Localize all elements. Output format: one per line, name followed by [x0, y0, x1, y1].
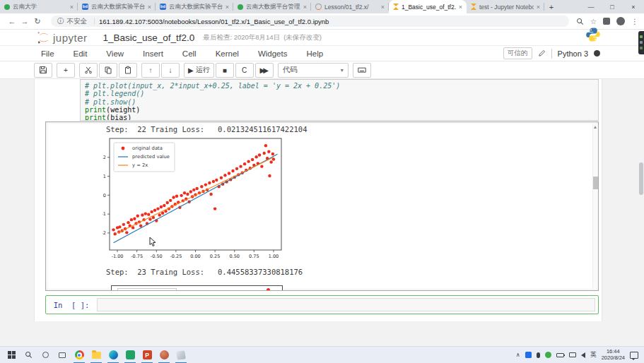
bookmark-star-icon[interactable]: ☆ [590, 18, 597, 25]
command-palette-button[interactable] [353, 63, 371, 78]
back-icon[interactable]: ← [6, 17, 18, 25]
copy-cell-button[interactable] [99, 63, 117, 78]
output-area: Step: 22 Traing Loss: 0.0213245116174221… [45, 121, 599, 291]
red-app-taskbar-icon[interactable] [156, 347, 172, 363]
run-button[interactable]: ▶运行 [184, 63, 214, 78]
zoom-icon[interactable] [576, 18, 584, 25]
empty-code-input[interactable] [97, 298, 595, 311]
search-icon[interactable] [20, 347, 37, 363]
code-line: print(weight) [85, 106, 594, 114]
tab-title: 云南大数据实验平台 [91, 3, 145, 11]
output-scrollbar[interactable] [592, 124, 597, 289]
tab-title: 云南大学 [13, 3, 67, 11]
green-app-taskbar-icon[interactable] [122, 347, 139, 363]
browser-tab-4[interactable]: 云南大数据平台管理系统× [233, 0, 311, 13]
svg-text:-0.25: -0.25 [170, 254, 182, 259]
cell-type-select[interactable]: 代码▾ [278, 63, 349, 78]
cut-cell-button[interactable] [79, 63, 98, 78]
browser-tab-2[interactable]: bd云南大数据实验平台× [78, 0, 156, 13]
code-token: (weight) [106, 106, 140, 114]
interrupt-kernel-button[interactable]: ■ [216, 63, 234, 78]
browser-tab-5[interactable]: Lesson/01_tf2.x/× [311, 0, 389, 13]
tab-close-icon[interactable]: × [381, 4, 385, 11]
tab-close-icon[interactable]: × [148, 4, 151, 11]
tab-close-icon[interactable]: × [226, 4, 229, 11]
tab-title: 云南大数据实验平台 [169, 3, 223, 11]
menu-file[interactable]: File [41, 49, 54, 58]
taskbar-clock[interactable]: 16:44 2020/8/24 [602, 349, 625, 361]
security-label: 不安全 [67, 17, 88, 26]
profile-avatar[interactable] [616, 17, 625, 25]
task-view-icon[interactable] [54, 347, 71, 363]
browser-tab-1[interactable]: 云南大学× [0, 0, 78, 13]
info-icon[interactable]: ⓘ [57, 17, 64, 26]
battery-icon[interactable] [556, 353, 564, 357]
window-minimize-button[interactable]: — [580, 4, 602, 11]
code-token: # plt.legend() [85, 90, 144, 97]
menu-view[interactable]: View [106, 49, 124, 58]
start-button[interactable] [3, 347, 20, 363]
save-button[interactable] [34, 63, 52, 78]
reload-icon[interactable]: ↻ [31, 17, 44, 26]
menu-edit[interactable]: Edit [74, 49, 88, 58]
code-cell[interactable]: # plt.plot(input_x, 2*input_x+0.25, labe… [80, 79, 599, 121]
trusted-button[interactable]: 可信的 [503, 47, 532, 59]
move-cell-down-button[interactable]: ↓ [161, 63, 180, 78]
file-explorer-taskbar-icon[interactable] [88, 347, 105, 363]
taskbar: P ∧ 英 16:44 2020/8/24 [0, 346, 644, 363]
tray-blue-app-icon[interactable] [525, 352, 532, 358]
tab-close-icon[interactable]: × [70, 4, 74, 11]
insert-cell-button[interactable]: + [57, 63, 75, 78]
page-scrollbar[interactable] [639, 162, 643, 195]
menu-insert[interactable]: Insert [143, 49, 163, 58]
restart-run-all-button[interactable]: ▶▶ [255, 63, 274, 78]
tab-close-icon[interactable]: × [459, 4, 462, 11]
window-maximize-button[interactable]: □ [602, 4, 623, 11]
legend-label: original data [131, 290, 158, 291]
input-cell[interactable]: In [ ]: [45, 295, 599, 314]
url-field[interactable]: ⓘ 不安全 161.189.42.107:5003/notebooks/Less… [51, 16, 569, 27]
tab-close-icon[interactable]: × [537, 4, 540, 11]
extensions-icon[interactable] [603, 18, 610, 25]
speaker-icon[interactable] [581, 352, 585, 358]
svg-text:-1.00: -1.00 [112, 254, 124, 259]
cortana-icon[interactable] [37, 347, 54, 363]
paste-cell-button[interactable] [119, 63, 137, 78]
edge-taskbar-icon[interactable] [105, 347, 122, 363]
green-app-icon [126, 350, 135, 359]
powerpoint-taskbar-icon[interactable]: P [139, 347, 156, 363]
browser-menu-icon[interactable]: ⋮ [631, 18, 638, 25]
tab-title: 1_Basic_use_of_tf2.0 - Jupyter [402, 4, 456, 11]
move-cell-up-button[interactable]: ↑ [141, 63, 160, 78]
second-figure-legend: original data [117, 288, 177, 291]
tab-title: Lesson/01_tf2.x/ [324, 4, 378, 11]
action-center-icon[interactable] [630, 352, 638, 359]
menu-widgets[interactable]: Widgets [258, 49, 288, 58]
menu-help[interactable]: Help [306, 49, 323, 58]
code-token: print [85, 114, 106, 121]
code-token: (bias) [106, 114, 131, 121]
window-controls: — □ × [580, 0, 644, 13]
window-close-button[interactable]: × [623, 4, 644, 11]
kernel-name: Python 3 [558, 49, 588, 58]
browser-tab-3[interactable]: bd云南大数据实验平台× [156, 0, 233, 13]
menu-kernel[interactable]: Kernel [216, 49, 239, 58]
monitor-icon[interactable] [569, 352, 576, 357]
browser-tab-7[interactable]: test - Jupyter Notebook× [467, 0, 544, 13]
browser-tab-6[interactable]: 1_Basic_use_of_tf2.0 - Jupyter× [389, 0, 467, 13]
new-tab-button[interactable]: + [544, 0, 558, 13]
hidden-icons-chevron[interactable]: ∧ [516, 352, 520, 358]
gray-app-taskbar-icon[interactable] [172, 347, 189, 363]
microphone-icon[interactable] [537, 352, 540, 358]
menu-cell[interactable]: Cell [182, 49, 197, 58]
notebook-title[interactable]: 1_Basic_use_of_tf2.0 [103, 32, 195, 43]
input-language-indicator[interactable]: 英 [590, 350, 597, 359]
tray-green-app-icon[interactable] [545, 352, 551, 358]
tab-close-icon[interactable]: × [303, 4, 307, 11]
chrome-taskbar-icon[interactable] [71, 347, 88, 363]
scrollbar-up-arrow-icon[interactable] [594, 126, 597, 129]
restart-kernel-button[interactable]: C [235, 63, 254, 78]
side-widget[interactable] [638, 31, 644, 54]
output-scrollbar-thumb[interactable] [593, 177, 598, 189]
forward-icon[interactable]: → [18, 17, 31, 25]
